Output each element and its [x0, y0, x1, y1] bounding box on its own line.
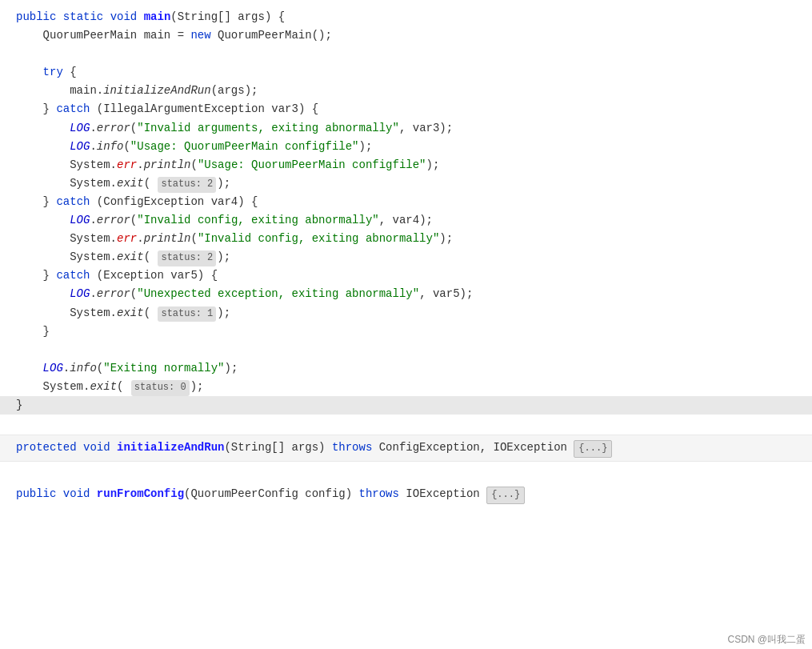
log-ref-3: LOG — [70, 214, 90, 226]
system-err-2: err — [117, 232, 137, 245]
keyword-protected: protected — [16, 441, 77, 454]
code-line-9: System.err.println("Usage: QuorumPeerMai… — [0, 156, 812, 174]
keyword-void-3: void — [63, 487, 90, 500]
code-line-24 — [0, 463, 812, 482]
str-usage: "Usage: QuorumPeerMain configfile" — [130, 140, 359, 153]
log-error-3: error — [97, 287, 130, 300]
code-line-23 — [0, 415, 812, 433]
exit-1: exit — [117, 177, 144, 190]
method-sig-runFromConfig: public void runFromConfig(QuorumPeerConf… — [0, 482, 812, 507]
method-name-initializeAndRun: initializeAndRun — [117, 441, 224, 454]
hint-status-4: status: 0 — [131, 380, 190, 396]
code-line-5: main.initializeAndRun(args); — [0, 82, 812, 100]
log-info-1: info — [97, 140, 124, 153]
str-unexpected: "Unexpected exception, exiting abnormall… — [137, 287, 419, 300]
hint-status-1: status: 2 — [158, 177, 216, 193]
str-invalid-args: "Invalid arguments, exiting abnormally" — [137, 122, 399, 134]
code-viewer: public static void main(String[] args) {… — [0, 0, 812, 649]
log-ref-4: LOG — [70, 287, 90, 300]
exit-3: exit — [117, 306, 144, 319]
keyword-void: void — [110, 10, 138, 23]
keyword-throws-2: throws — [359, 487, 399, 500]
keyword-void-2: void — [83, 441, 110, 454]
code-line-20: LOG.info("Exiting normally"); — [0, 359, 812, 378]
log-ref-2: LOG — [70, 140, 90, 153]
collapse-box-1[interactable]: {...} — [574, 440, 612, 458]
println-1: println — [144, 158, 191, 171]
code-line-13: System.err.println("Invalid config, exit… — [0, 230, 812, 248]
keyword-public: public — [16, 10, 56, 23]
code-line-15: } catch (Exception var5) { — [0, 266, 812, 285]
code-line-2: QuorumPeerMain main = new QuorumPeerMain… — [0, 26, 812, 45]
log-error-2: error — [97, 214, 130, 226]
keyword-new: new — [190, 29, 210, 42]
code-line-22: } — [0, 396, 812, 415]
log-info-2: info — [70, 362, 97, 375]
str-invalid-config-2: "Invalid config, exiting abnormally" — [198, 232, 439, 245]
method-main: main — [144, 10, 171, 23]
code-line-21: System.exit( status: 0); — [0, 378, 812, 396]
hint-status-3: status: 1 — [158, 306, 216, 322]
str-usage-2: "Usage: QuorumPeerMain configfile" — [198, 158, 426, 171]
keyword-catch-1: catch — [56, 102, 90, 115]
str-invalid-config: "Invalid config, exiting abnormally" — [137, 214, 378, 226]
method-name-runFromConfig: runFromConfig — [97, 487, 184, 500]
code-line-8: LOG.info("Usage: QuorumPeerMain configfi… — [0, 138, 812, 156]
code-line-14: System.exit( status: 2); — [0, 248, 812, 266]
code-line-17: System.exit( status: 1); — [0, 304, 812, 322]
code-line-18: } — [0, 322, 812, 341]
log-ref-1: LOG — [70, 122, 90, 134]
collapse-box-2[interactable]: {...} — [486, 487, 525, 504]
keyword-throws-1: throws — [332, 441, 372, 454]
code-line-11: } catch (ConfigException var4) { — [0, 193, 812, 211]
keyword-try: try — [43, 66, 63, 78]
keyword-public-2: public — [16, 487, 56, 500]
code-line-10: System.exit( status: 2); — [0, 174, 812, 193]
exit-4: exit — [90, 380, 117, 393]
hint-status-2: status: 2 — [158, 250, 216, 266]
log-ref-5: LOG — [43, 362, 63, 375]
keyword-catch-2: catch — [56, 195, 90, 208]
keyword-static: static — [63, 10, 103, 23]
method-sig-initializeAndRun: protected void initializeAndRun(String[]… — [0, 435, 812, 462]
str-exiting: "Exiting normally" — [103, 362, 224, 375]
footer-text: CSDN @叫我二蛋 — [727, 634, 806, 645]
code-line-6: } catch (IllegalArgumentException var3) … — [0, 100, 812, 118]
println-2: println — [144, 232, 191, 245]
exit-2: exit — [117, 250, 144, 263]
code-line-7: LOG.error("Invalid arguments, exiting ab… — [0, 119, 812, 138]
keyword-catch-3: catch — [56, 269, 90, 282]
code-line-4: try { — [0, 63, 812, 82]
code-line-16: LOG.error("Unexpected exception, exiting… — [0, 285, 812, 303]
code-line-1: public static void main(String[] args) { — [0, 8, 812, 26]
bottom-bar: CSDN @叫我二蛋 — [721, 631, 812, 649]
code-line-3 — [0, 45, 812, 63]
log-error-1: error — [97, 122, 130, 134]
code-line-19 — [0, 341, 812, 359]
system-err-1: err — [117, 158, 137, 171]
method-initializeAndRun: initializeAndRun — [103, 84, 210, 97]
code-line-12: LOG.error("Invalid config, exiting abnor… — [0, 211, 812, 230]
